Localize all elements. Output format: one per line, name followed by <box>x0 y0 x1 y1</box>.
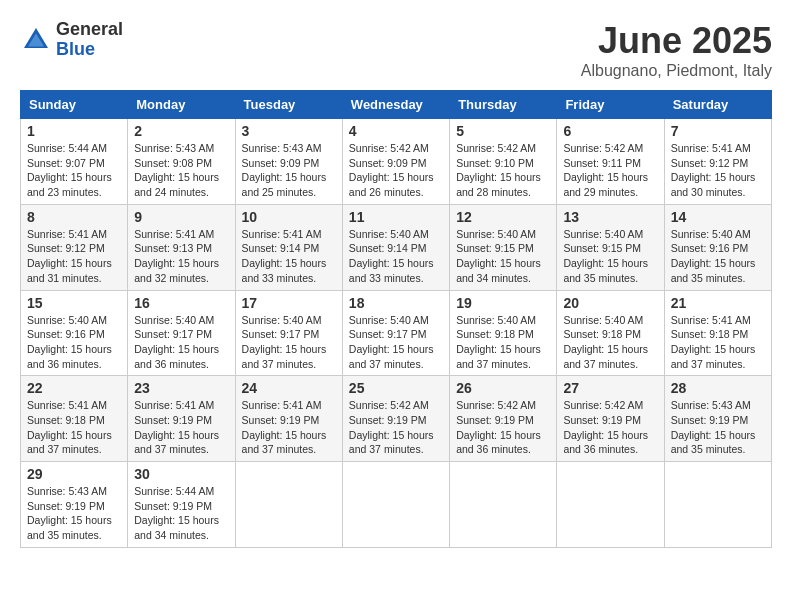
calendar-week-5: 29Sunrise: 5:43 AM Sunset: 9:19 PM Dayli… <box>21 462 772 548</box>
logo-icon <box>20 24 52 56</box>
day-number: 15 <box>27 295 121 311</box>
day-number: 21 <box>671 295 765 311</box>
calendar-cell: 11Sunrise: 5:40 AM Sunset: 9:14 PM Dayli… <box>342 204 449 290</box>
day-info: Sunrise: 5:40 AM Sunset: 9:17 PM Dayligh… <box>349 313 443 372</box>
calendar-cell: 25Sunrise: 5:42 AM Sunset: 9:19 PM Dayli… <box>342 376 449 462</box>
day-info: Sunrise: 5:41 AM Sunset: 9:19 PM Dayligh… <box>134 398 228 457</box>
calendar-cell: 17Sunrise: 5:40 AM Sunset: 9:17 PM Dayli… <box>235 290 342 376</box>
month-title: June 2025 <box>581 20 772 62</box>
calendar-week-2: 8Sunrise: 5:41 AM Sunset: 9:12 PM Daylig… <box>21 204 772 290</box>
day-info: Sunrise: 5:42 AM Sunset: 9:10 PM Dayligh… <box>456 141 550 200</box>
day-number: 28 <box>671 380 765 396</box>
weekday-header-saturday: Saturday <box>664 91 771 119</box>
calendar-cell: 23Sunrise: 5:41 AM Sunset: 9:19 PM Dayli… <box>128 376 235 462</box>
day-info: Sunrise: 5:40 AM Sunset: 9:18 PM Dayligh… <box>563 313 657 372</box>
calendar-cell: 9Sunrise: 5:41 AM Sunset: 9:13 PM Daylig… <box>128 204 235 290</box>
title-block: June 2025 Albugnano, Piedmont, Italy <box>581 20 772 80</box>
calendar-cell: 2Sunrise: 5:43 AM Sunset: 9:08 PM Daylig… <box>128 119 235 205</box>
calendar-cell <box>664 462 771 548</box>
day-number: 24 <box>242 380 336 396</box>
day-number: 17 <box>242 295 336 311</box>
calendar-cell: 13Sunrise: 5:40 AM Sunset: 9:15 PM Dayli… <box>557 204 664 290</box>
calendar-cell: 29Sunrise: 5:43 AM Sunset: 9:19 PM Dayli… <box>21 462 128 548</box>
calendar-cell: 12Sunrise: 5:40 AM Sunset: 9:15 PM Dayli… <box>450 204 557 290</box>
day-info: Sunrise: 5:43 AM Sunset: 9:08 PM Dayligh… <box>134 141 228 200</box>
day-info: Sunrise: 5:43 AM Sunset: 9:19 PM Dayligh… <box>27 484 121 543</box>
calendar-cell: 19Sunrise: 5:40 AM Sunset: 9:18 PM Dayli… <box>450 290 557 376</box>
day-info: Sunrise: 5:42 AM Sunset: 9:19 PM Dayligh… <box>349 398 443 457</box>
calendar-header-row: SundayMondayTuesdayWednesdayThursdayFrid… <box>21 91 772 119</box>
day-number: 13 <box>563 209 657 225</box>
day-number: 26 <box>456 380 550 396</box>
day-number: 11 <box>349 209 443 225</box>
weekday-header-monday: Monday <box>128 91 235 119</box>
calendar-cell: 28Sunrise: 5:43 AM Sunset: 9:19 PM Dayli… <box>664 376 771 462</box>
day-info: Sunrise: 5:41 AM Sunset: 9:14 PM Dayligh… <box>242 227 336 286</box>
calendar-week-1: 1Sunrise: 5:44 AM Sunset: 9:07 PM Daylig… <box>21 119 772 205</box>
day-number: 19 <box>456 295 550 311</box>
calendar-cell <box>342 462 449 548</box>
calendar-cell: 4Sunrise: 5:42 AM Sunset: 9:09 PM Daylig… <box>342 119 449 205</box>
day-info: Sunrise: 5:40 AM Sunset: 9:15 PM Dayligh… <box>456 227 550 286</box>
weekday-header-sunday: Sunday <box>21 91 128 119</box>
day-number: 29 <box>27 466 121 482</box>
location: Albugnano, Piedmont, Italy <box>581 62 772 80</box>
weekday-header-tuesday: Tuesday <box>235 91 342 119</box>
day-number: 6 <box>563 123 657 139</box>
day-info: Sunrise: 5:41 AM Sunset: 9:12 PM Dayligh… <box>671 141 765 200</box>
calendar-cell: 18Sunrise: 5:40 AM Sunset: 9:17 PM Dayli… <box>342 290 449 376</box>
calendar-cell: 1Sunrise: 5:44 AM Sunset: 9:07 PM Daylig… <box>21 119 128 205</box>
calendar-cell <box>450 462 557 548</box>
day-number: 7 <box>671 123 765 139</box>
day-info: Sunrise: 5:40 AM Sunset: 9:17 PM Dayligh… <box>242 313 336 372</box>
day-info: Sunrise: 5:40 AM Sunset: 9:16 PM Dayligh… <box>27 313 121 372</box>
calendar-cell: 26Sunrise: 5:42 AM Sunset: 9:19 PM Dayli… <box>450 376 557 462</box>
day-info: Sunrise: 5:44 AM Sunset: 9:07 PM Dayligh… <box>27 141 121 200</box>
page-header: General Blue June 2025 Albugnano, Piedmo… <box>20 20 772 80</box>
day-number: 2 <box>134 123 228 139</box>
day-info: Sunrise: 5:42 AM Sunset: 9:11 PM Dayligh… <box>563 141 657 200</box>
logo: General Blue <box>20 20 123 60</box>
calendar-table: SundayMondayTuesdayWednesdayThursdayFrid… <box>20 90 772 548</box>
calendar-cell: 14Sunrise: 5:40 AM Sunset: 9:16 PM Dayli… <box>664 204 771 290</box>
calendar-cell <box>557 462 664 548</box>
day-number: 14 <box>671 209 765 225</box>
day-info: Sunrise: 5:42 AM Sunset: 9:19 PM Dayligh… <box>563 398 657 457</box>
day-info: Sunrise: 5:41 AM Sunset: 9:19 PM Dayligh… <box>242 398 336 457</box>
logo-blue: Blue <box>56 40 123 60</box>
weekday-header-wednesday: Wednesday <box>342 91 449 119</box>
day-info: Sunrise: 5:41 AM Sunset: 9:12 PM Dayligh… <box>27 227 121 286</box>
day-info: Sunrise: 5:40 AM Sunset: 9:18 PM Dayligh… <box>456 313 550 372</box>
day-info: Sunrise: 5:41 AM Sunset: 9:13 PM Dayligh… <box>134 227 228 286</box>
day-info: Sunrise: 5:40 AM Sunset: 9:16 PM Dayligh… <box>671 227 765 286</box>
day-info: Sunrise: 5:42 AM Sunset: 9:09 PM Dayligh… <box>349 141 443 200</box>
day-number: 5 <box>456 123 550 139</box>
calendar-cell: 6Sunrise: 5:42 AM Sunset: 9:11 PM Daylig… <box>557 119 664 205</box>
day-number: 16 <box>134 295 228 311</box>
day-number: 18 <box>349 295 443 311</box>
calendar-cell <box>235 462 342 548</box>
day-number: 9 <box>134 209 228 225</box>
day-info: Sunrise: 5:42 AM Sunset: 9:19 PM Dayligh… <box>456 398 550 457</box>
day-info: Sunrise: 5:40 AM Sunset: 9:15 PM Dayligh… <box>563 227 657 286</box>
logo-general: General <box>56 20 123 40</box>
calendar-cell: 27Sunrise: 5:42 AM Sunset: 9:19 PM Dayli… <box>557 376 664 462</box>
day-info: Sunrise: 5:41 AM Sunset: 9:18 PM Dayligh… <box>671 313 765 372</box>
day-number: 4 <box>349 123 443 139</box>
day-info: Sunrise: 5:41 AM Sunset: 9:18 PM Dayligh… <box>27 398 121 457</box>
calendar-cell: 7Sunrise: 5:41 AM Sunset: 9:12 PM Daylig… <box>664 119 771 205</box>
day-number: 23 <box>134 380 228 396</box>
day-number: 3 <box>242 123 336 139</box>
day-number: 12 <box>456 209 550 225</box>
calendar-week-4: 22Sunrise: 5:41 AM Sunset: 9:18 PM Dayli… <box>21 376 772 462</box>
weekday-header-friday: Friday <box>557 91 664 119</box>
calendar-cell: 24Sunrise: 5:41 AM Sunset: 9:19 PM Dayli… <box>235 376 342 462</box>
calendar-cell: 20Sunrise: 5:40 AM Sunset: 9:18 PM Dayli… <box>557 290 664 376</box>
day-number: 30 <box>134 466 228 482</box>
calendar-cell: 16Sunrise: 5:40 AM Sunset: 9:17 PM Dayli… <box>128 290 235 376</box>
calendar-cell: 22Sunrise: 5:41 AM Sunset: 9:18 PM Dayli… <box>21 376 128 462</box>
logo-text: General Blue <box>56 20 123 60</box>
calendar-cell: 8Sunrise: 5:41 AM Sunset: 9:12 PM Daylig… <box>21 204 128 290</box>
calendar-cell: 3Sunrise: 5:43 AM Sunset: 9:09 PM Daylig… <box>235 119 342 205</box>
calendar-cell: 30Sunrise: 5:44 AM Sunset: 9:19 PM Dayli… <box>128 462 235 548</box>
